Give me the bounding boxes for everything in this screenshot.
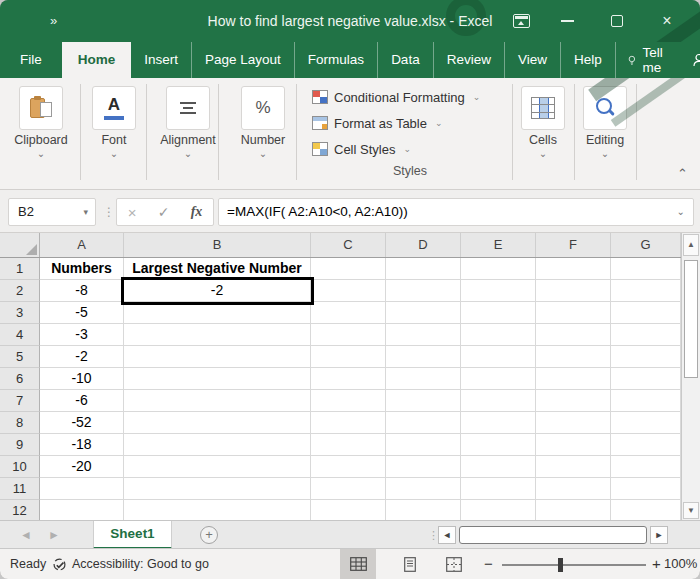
row-header-3[interactable]: 3	[0, 302, 40, 324]
cancel-icon[interactable]: ×	[128, 204, 137, 221]
cell-E5[interactable]	[461, 346, 536, 368]
close-button[interactable]: ×	[644, 0, 690, 42]
column-header-A[interactable]: A	[40, 233, 124, 257]
cell-B6[interactable]	[124, 368, 311, 390]
row-header-7[interactable]: 7	[0, 390, 40, 412]
name-box-dropdown-icon[interactable]: ▾	[83, 199, 88, 225]
cell-A10[interactable]: -20	[40, 456, 124, 478]
editing-group-button[interactable]: Editing ⌄	[583, 78, 627, 159]
cell-F2[interactable]	[536, 280, 611, 302]
tab-formulas[interactable]: Formulas	[295, 42, 378, 78]
cell-C1[interactable]	[311, 258, 386, 280]
enter-icon[interactable]: ✓	[158, 204, 170, 220]
tab-home[interactable]: Home	[62, 42, 132, 78]
column-header-G[interactable]: G	[611, 233, 681, 257]
cell-F3[interactable]	[536, 302, 611, 324]
cell-E3[interactable]	[461, 302, 536, 324]
font-group-button[interactable]: A Font ⌄	[86, 78, 142, 159]
cell-G3[interactable]	[611, 302, 681, 324]
cell-A3[interactable]: -5	[40, 302, 124, 324]
cell-C11[interactable]	[311, 478, 386, 500]
formula-input[interactable]: =MAX(IF( A2:A10<0, A2:A10)) ⌄	[218, 198, 694, 226]
view-page-layout-button[interactable]	[392, 549, 428, 579]
cell-A7[interactable]: -6	[40, 390, 124, 412]
tab-review[interactable]: Review	[434, 42, 505, 78]
formula-bar-grip[interactable]: ⋮	[103, 198, 115, 226]
row-header-9[interactable]: 9	[0, 434, 40, 456]
cell-G10[interactable]	[611, 456, 681, 478]
cell-A5[interactable]: -2	[40, 346, 124, 368]
cell-C4[interactable]	[311, 324, 386, 346]
cell-F7[interactable]	[536, 390, 611, 412]
cell-G6[interactable]	[611, 368, 681, 390]
cell-F11[interactable]	[536, 478, 611, 500]
sheet-nav-right-icon[interactable]: ►	[48, 521, 60, 549]
cell-A2[interactable]: -8	[40, 280, 124, 302]
vertical-scrollbar[interactable]: ▲ ▼	[681, 233, 700, 520]
cell-F5[interactable]	[536, 346, 611, 368]
cell-F1[interactable]	[536, 258, 611, 280]
cell-D11[interactable]	[386, 478, 461, 500]
cell-A6[interactable]: -10	[40, 368, 124, 390]
cell-E8[interactable]	[461, 412, 536, 434]
row-header-2[interactable]: 2	[0, 280, 40, 302]
cell-D4[interactable]	[386, 324, 461, 346]
cell-E6[interactable]	[461, 368, 536, 390]
cell-B1[interactable]: Largest Negative Number	[124, 258, 311, 280]
cell-E10[interactable]	[461, 456, 536, 478]
cell-B11[interactable]	[124, 478, 311, 500]
horizontal-scrollbar-thumb[interactable]	[459, 526, 647, 544]
cell-C2[interactable]	[311, 280, 386, 302]
cell-G2[interactable]	[611, 280, 681, 302]
tab-help[interactable]: Help	[561, 42, 616, 78]
row-header-10[interactable]: 10	[0, 456, 40, 478]
cell-A8[interactable]: -52	[40, 412, 124, 434]
cell-B10[interactable]	[124, 456, 311, 478]
scroll-down-icon[interactable]: ▼	[683, 502, 699, 519]
cell-C8[interactable]	[311, 412, 386, 434]
cell-C6[interactable]	[311, 368, 386, 390]
cell-A9[interactable]: -18	[40, 434, 124, 456]
number-group-button[interactable]: % Number ⌄	[230, 78, 296, 159]
cell-G8[interactable]	[611, 412, 681, 434]
cell-F4[interactable]	[536, 324, 611, 346]
cell-B2[interactable]: -2	[124, 280, 311, 302]
row-header-12[interactable]: 12	[0, 500, 40, 520]
tab-insert[interactable]: Insert	[131, 42, 192, 78]
conditional-formatting-button[interactable]: Conditional Formatting ⌄	[312, 86, 480, 108]
zoom-slider[interactable]	[502, 564, 646, 566]
clipboard-group-button[interactable]: Clipboard ⌄	[12, 78, 70, 159]
minimize-button[interactable]	[544, 0, 590, 42]
cell-G12[interactable]	[611, 500, 681, 520]
cell-B4[interactable]	[124, 324, 311, 346]
cell-E2[interactable]	[461, 280, 536, 302]
cell-D8[interactable]	[386, 412, 461, 434]
name-box[interactable]: B2 ▾	[8, 198, 96, 226]
accessibility-status[interactable]: Accessibility: Good to go	[52, 549, 209, 579]
column-header-D[interactable]: D	[386, 233, 461, 257]
cell-F10[interactable]	[536, 456, 611, 478]
row-header-5[interactable]: 5	[0, 346, 40, 368]
ribbon-display-options-button[interactable]	[498, 0, 544, 42]
collapse-ribbon-button[interactable]: ⌃	[677, 166, 688, 181]
cell-B5[interactable]	[124, 346, 311, 368]
cell-B12[interactable]	[124, 500, 311, 520]
cell-G5[interactable]	[611, 346, 681, 368]
cell-A11[interactable]	[40, 478, 124, 500]
view-normal-button[interactable]	[340, 549, 376, 579]
row-header-4[interactable]: 4	[0, 324, 40, 346]
cell-C9[interactable]	[311, 434, 386, 456]
cell-C5[interactable]	[311, 346, 386, 368]
cell-E1[interactable]	[461, 258, 536, 280]
row-header-11[interactable]: 11	[0, 478, 40, 500]
cell-D2[interactable]	[386, 280, 461, 302]
alignment-group-button[interactable]: Alignment ⌄	[152, 78, 224, 159]
row-header-6[interactable]: 6	[0, 368, 40, 390]
cell-E4[interactable]	[461, 324, 536, 346]
cell-G9[interactable]	[611, 434, 681, 456]
cell-B3[interactable]	[124, 302, 311, 324]
cell-G7[interactable]	[611, 390, 681, 412]
view-page-break-button[interactable]	[436, 549, 472, 579]
cell-F12[interactable]	[536, 500, 611, 520]
hscroll-left-icon[interactable]: ◄	[438, 526, 456, 544]
